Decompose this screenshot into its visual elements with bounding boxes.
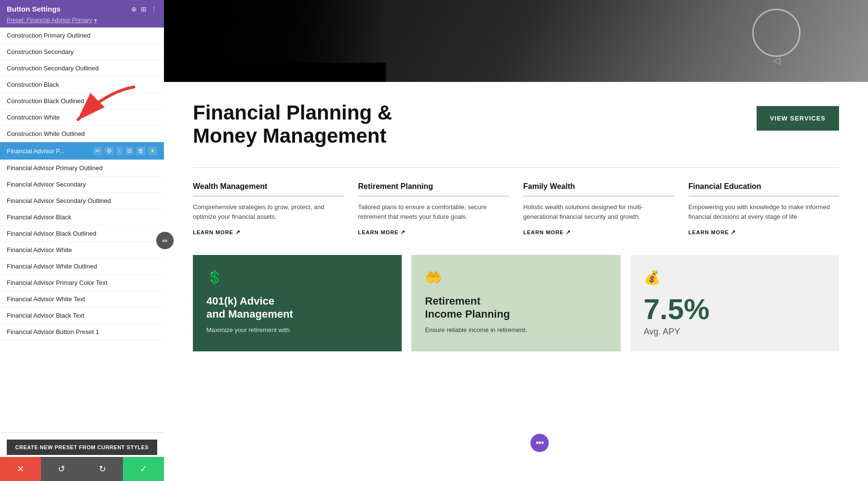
preset-item-financial-advisor-primary-outlined[interactable]: Financial Advisor Primary Outlined	[0, 160, 164, 176]
service-name: Financial Education	[689, 182, 840, 197]
service-desc: Comprehensive strategies to grow, protec…	[193, 202, 344, 223]
service-item: Financial EducationEmpowering you with k…	[689, 182, 840, 236]
redo-button[interactable]: ↻	[82, 457, 123, 481]
panel-subtitle: Preset: Financial Advisor Primary ▾	[0, 17, 164, 27]
preset-item-construction-secondary[interactable]: Construction Secondary	[0, 44, 164, 60]
learn-more-link[interactable]: LEARN MORE	[358, 229, 509, 236]
title-line1: Financial Planning &	[193, 101, 392, 124]
hero-area	[164, 0, 868, 82]
preset-item-financial-advisor-primary[interactable]: Financial Advisor P...✏⚙↑⧉🗑★	[0, 142, 164, 160]
floating-dot[interactable]: •••	[530, 434, 549, 452]
preset-item-financial-advisor-white-text[interactable]: Financial Advisor White Text	[0, 291, 164, 307]
services-grid: Wealth ManagementComprehensive strategie…	[193, 167, 839, 236]
card-icon: 🤲	[425, 269, 607, 285]
active-preset-icons: ✏⚙↑⧉🗑★	[94, 147, 157, 155]
card-icon: 💲	[206, 269, 388, 285]
more-icon[interactable]: ⋮	[150, 5, 157, 13]
preset-item-financial-advisor-secondary[interactable]: Financial Advisor Secondary	[0, 176, 164, 193]
circle-logo	[752, 9, 800, 57]
preset-item-construction-secondary-outlined[interactable]: Construction Secondary Outlined	[0, 60, 164, 77]
panel-toggle-arrow[interactable]: ⇔	[156, 232, 174, 249]
preset-list: Construction Primary OutlinedConstructio…	[0, 27, 164, 432]
preset-item-financial-advisor-white-outlined[interactable]: Financial Advisor White Outlined	[0, 258, 164, 275]
preset-item-financial-advisor-black-text[interactable]: Financial Advisor Black Text	[0, 307, 164, 324]
title-line2: Money Management	[193, 124, 386, 147]
learn-more-link[interactable]: LEARN MORE	[689, 229, 840, 236]
preset-item-financial-advisor-black-outlined[interactable]: Financial Advisor Black Outlined	[0, 226, 164, 242]
card-stat: 7.5%	[644, 295, 826, 324]
star-icon[interactable]: ★	[148, 147, 157, 155]
card-desc: Ensure reliable income in retirement.	[425, 325, 607, 335]
preset-label[interactable]: Preset: Financial Advisor Primary	[7, 17, 92, 24]
settings-icon[interactable]: ⚙	[105, 147, 114, 155]
services-title: Financial Planning & Money Management	[193, 101, 392, 148]
undo-icon: ↺	[58, 464, 65, 474]
service-item: Family WealthHolistic wealth solutions d…	[523, 182, 674, 236]
grid-icon[interactable]: ⊞	[141, 5, 147, 13]
preset-item-construction-primary-outlined[interactable]: Construction Primary Outlined	[0, 27, 164, 44]
service-name: Family Wealth	[523, 182, 674, 197]
preset-item-construction-white[interactable]: Construction White	[0, 109, 164, 126]
bottom-toolbar: ✕ ↺ ↻ ✓	[0, 457, 164, 481]
preset-item-financial-advisor-primary-color-text[interactable]: Financial Advisor Primary Color Text	[0, 275, 164, 291]
copy-icon[interactable]: ⧉	[125, 147, 134, 155]
main-section: Financial Planning & Money Management VI…	[164, 82, 868, 371]
preset-item-construction-black-outlined[interactable]: Construction Black Outlined	[0, 93, 164, 109]
preset-item-financial-advisor-button-preset-1[interactable]: Financial Advisor Button Preset 1	[0, 324, 164, 340]
preset-item-financial-advisor-black[interactable]: Financial Advisor Black	[0, 209, 164, 226]
card-icon: 💰	[644, 269, 826, 285]
undo-button[interactable]: ↺	[41, 457, 82, 481]
preset-item-financial-advisor-secondary-outlined[interactable]: Financial Advisor Secondary Outlined	[0, 193, 164, 209]
card-title: RetirementIncome Planning	[425, 295, 607, 321]
service-item: Wealth ManagementComprehensive strategie…	[193, 182, 344, 236]
cancel-icon: ✕	[17, 464, 24, 474]
card-2: 💰7.5%Avg. APY	[630, 255, 839, 351]
edit-icon[interactable]: ✏	[94, 147, 102, 155]
service-desc: Tailored plans to ensure a comfortable, …	[358, 202, 509, 223]
floating-dot-icon: •••	[536, 438, 543, 448]
service-desc: Holistic wealth solutions designed for m…	[523, 202, 674, 223]
panel-header: Button Settings ⊕ ⊞ ⋮	[0, 0, 164, 17]
target-icon[interactable]: ⊕	[131, 5, 137, 13]
service-item: Retirement PlanningTailored plans to ens…	[358, 182, 509, 236]
service-desc: Empowering you with knowledge to make in…	[689, 202, 840, 223]
confirm-icon: ✓	[140, 464, 147, 474]
view-services-button[interactable]: VIEW SERVICES	[757, 106, 839, 131]
right-content: Financial Planning & Money Management VI…	[164, 0, 868, 481]
learn-more-link[interactable]: LEARN MORE	[193, 229, 344, 236]
card-0: 💲401(k) Adviceand ManagementMaximize you…	[193, 255, 402, 351]
card-1: 🤲RetirementIncome PlanningEnsure reliabl…	[411, 255, 620, 351]
cancel-button[interactable]: ✕	[0, 457, 41, 481]
delete-icon[interactable]: 🗑	[136, 147, 146, 155]
card-title: 401(k) Adviceand Management	[206, 295, 388, 321]
confirm-button[interactable]: ✓	[123, 457, 164, 481]
redo-icon: ↻	[99, 464, 106, 474]
panel-title: Button Settings	[7, 5, 61, 13]
service-name: Wealth Management	[193, 182, 344, 197]
service-name: Retirement Planning	[358, 182, 509, 197]
preset-item-construction-black[interactable]: Construction Black	[0, 77, 164, 93]
header-icons: ⊕ ⊞ ⋮	[131, 5, 157, 13]
left-panel: Button Settings ⊕ ⊞ ⋮ Preset: Financial …	[0, 0, 164, 481]
create-preset-button[interactable]: CREATE NEW PRESET FROM CURRENT STYLES	[7, 440, 157, 455]
preset-item-financial-advisor-white[interactable]: Financial Advisor White	[0, 242, 164, 258]
preset-item-construction-white-outlined[interactable]: Construction White Outlined	[0, 126, 164, 142]
dropdown-arrow[interactable]: ▾	[94, 17, 97, 24]
cards-row: 💲401(k) Adviceand ManagementMaximize you…	[193, 255, 839, 351]
card-stat-label: Avg. APY	[644, 327, 826, 337]
learn-more-link[interactable]: LEARN MORE	[523, 229, 674, 236]
export-icon[interactable]: ↑	[116, 147, 123, 155]
active-preset-name: Financial Advisor P...	[7, 147, 65, 155]
card-desc: Maximize your retirement with	[206, 325, 388, 335]
services-header: Financial Planning & Money Management VI…	[193, 101, 839, 148]
